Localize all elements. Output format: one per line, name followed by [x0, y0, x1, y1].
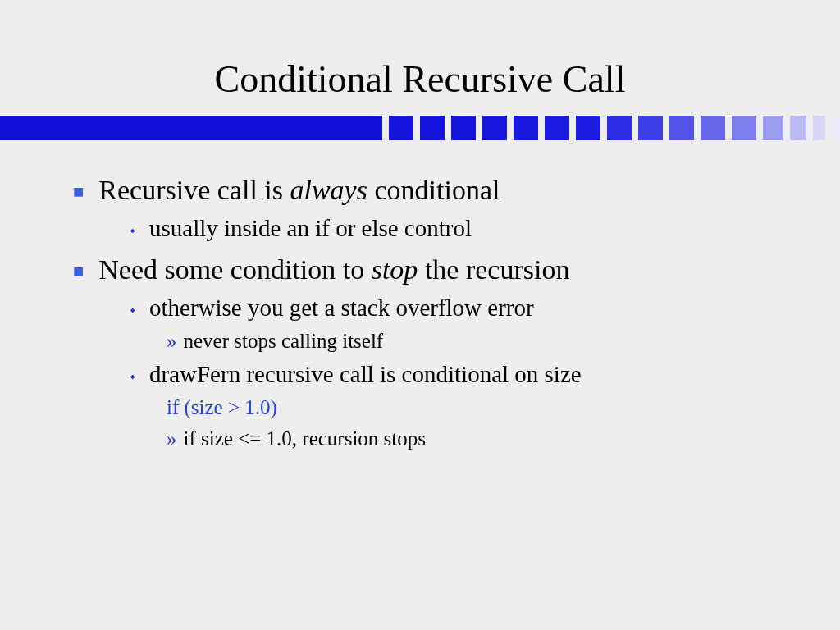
bullet-text: if size <= 1.0, recursion stops	[184, 425, 427, 453]
text-part: Recursive call is	[98, 175, 290, 205]
bullet-level-3: » if size <= 1.0, recursion stops	[167, 425, 791, 453]
diamond-bullet-icon: ⬩	[127, 363, 138, 387]
stripe-square	[389, 116, 413, 140]
slide-title: Conditional Recursive Call	[0, 0, 840, 116]
bullet-text: Recursive call is always conditional	[98, 171, 500, 209]
bullet-text: otherwise you get a stack overflow error	[149, 292, 534, 324]
bullet-level-3: » never stops calling itself	[167, 327, 791, 355]
stripe-square	[813, 116, 825, 140]
bullet-level-1: ■ Recursive call is always conditional	[94, 171, 791, 209]
stripe-squares	[389, 116, 840, 140]
text-part: conditional	[368, 175, 500, 205]
bullet-text: usually inside an if or else control	[149, 212, 472, 244]
slide-content: ■ Recursive call is always conditional ⬩…	[0, 140, 840, 452]
bullet-level-2: ⬩ drawFern recursive call is conditional…	[127, 358, 791, 390]
stripe-square	[763, 116, 783, 140]
bullet-level-1: ■ Need some condition to stop the recurs…	[94, 251, 791, 289]
code-text: if (size > 1.0)	[167, 394, 277, 422]
diamond-bullet-icon: ⬩	[127, 217, 138, 241]
stripe-square	[701, 116, 725, 140]
bullet-text: drawFern recursive call is conditional o…	[149, 358, 582, 390]
bullet-level-2: ⬩ otherwise you get a stack overflow err…	[127, 292, 791, 324]
stripe-square	[420, 116, 445, 140]
bullet-text: Need some condition to stop the recursio…	[98, 251, 569, 289]
square-bullet-icon: ■	[73, 180, 84, 204]
diamond-bullet-icon: ⬩	[127, 296, 138, 321]
stripe-square	[638, 116, 663, 140]
stripe-square	[482, 116, 507, 140]
chevron-bullet-icon: »	[167, 327, 177, 355]
bullet-text: never stops calling itself	[184, 327, 384, 355]
stripe-square	[607, 116, 632, 140]
stripe-square	[732, 116, 756, 140]
text-emphasis: stop	[372, 254, 418, 285]
stripe-square	[832, 116, 840, 140]
code-line: if (size > 1.0)	[167, 394, 791, 422]
stripe-square	[790, 116, 806, 140]
text-part: the recursion	[418, 254, 569, 285]
text-part: Need some condition to	[98, 254, 371, 285]
stripe-square	[576, 116, 600, 140]
stripe-bar	[0, 116, 382, 140]
stripe-square	[669, 116, 694, 140]
stripe-square	[514, 116, 538, 140]
chevron-bullet-icon: »	[167, 425, 177, 453]
text-emphasis: always	[290, 175, 368, 205]
stripe-square	[451, 116, 476, 140]
decorative-stripe	[0, 116, 840, 140]
square-bullet-icon: ■	[73, 259, 84, 284]
stripe-square	[545, 116, 569, 140]
bullet-level-2: ⬩ usually inside an if or else control	[127, 212, 791, 244]
